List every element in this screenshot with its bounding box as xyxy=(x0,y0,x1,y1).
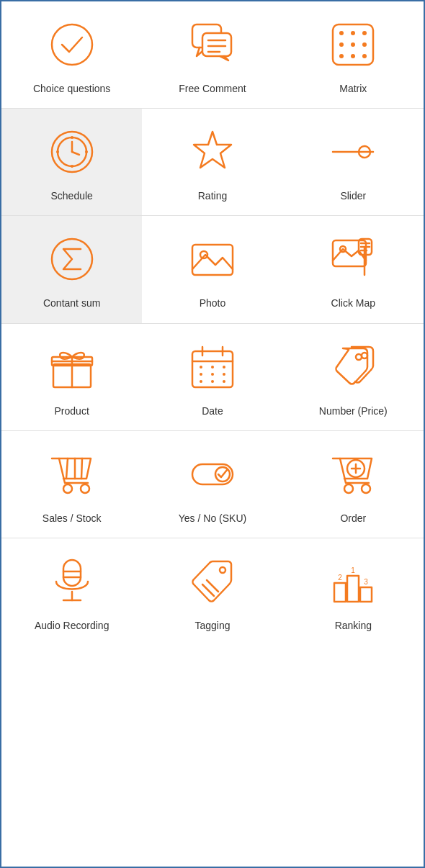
svg-point-48 xyxy=(211,366,214,369)
svg-point-60 xyxy=(81,484,89,493)
cell-yes-no-sku[interactable]: Yes / No (SKU) xyxy=(142,431,282,538)
svg-point-14 xyxy=(362,42,367,47)
cell-tagging[interactable]: Tagging xyxy=(142,538,282,645)
svg-text:1: 1 xyxy=(352,566,356,574)
free-comment-label: Free Comment xyxy=(179,82,246,95)
audio-recording-label: Audio Recording xyxy=(35,619,109,632)
cell-audio-recording[interactable]: Audio Recording xyxy=(1,538,142,645)
yes-no-sku-label: Yes / No (SKU) xyxy=(179,512,246,525)
cell-free-comment[interactable]: Free Comment xyxy=(142,1,282,108)
clock-circle-icon xyxy=(43,123,101,181)
microphone-icon xyxy=(43,553,101,610)
svg-rect-68 xyxy=(63,560,81,586)
svg-point-59 xyxy=(63,484,72,493)
sigma-circle-icon xyxy=(43,230,101,288)
svg-point-12 xyxy=(351,54,355,58)
matrix-label: Matrix xyxy=(339,82,367,95)
cart-plus-icon xyxy=(324,446,382,503)
cell-product[interactable]: Product xyxy=(1,324,142,430)
svg-point-9 xyxy=(339,54,344,58)
svg-point-7 xyxy=(339,31,344,35)
svg-line-58 xyxy=(81,458,82,479)
svg-rect-61 xyxy=(192,464,233,484)
check-circle-icon xyxy=(43,16,101,73)
svg-point-8 xyxy=(339,42,344,47)
price-tags-icon xyxy=(324,338,382,396)
svg-line-56 xyxy=(66,458,68,479)
cell-click-map[interactable]: Click Map xyxy=(283,216,424,322)
cart-lines-icon xyxy=(43,446,101,503)
rating-label: Rating xyxy=(198,189,227,202)
svg-point-49 xyxy=(211,373,214,376)
svg-point-46 xyxy=(200,373,202,376)
cell-contant-sum[interactable]: Contant sum xyxy=(1,216,142,322)
svg-point-73 xyxy=(220,567,225,573)
cell-sales-stock[interactable]: Sales / Stock xyxy=(1,431,142,538)
product-label: Product xyxy=(55,404,89,417)
svg-point-21 xyxy=(85,150,88,153)
cell-choice-questions[interactable]: Choice questions xyxy=(1,1,142,108)
cell-rating[interactable]: Rating xyxy=(142,109,282,215)
svg-point-20 xyxy=(71,136,73,139)
svg-point-50 xyxy=(211,380,214,383)
cell-photo[interactable]: Photo xyxy=(142,216,282,322)
svg-rect-77 xyxy=(334,583,346,602)
ranking-label: Ranking xyxy=(335,619,372,632)
svg-point-15 xyxy=(362,54,367,58)
cell-order[interactable]: Order xyxy=(283,431,424,538)
sales-stock-label: Sales / Stock xyxy=(42,512,102,525)
cell-ranking[interactable]: 123Ranking xyxy=(283,538,424,645)
slider-line-icon xyxy=(324,123,382,181)
svg-line-19 xyxy=(72,152,79,155)
schedule-label: Schedule xyxy=(50,189,92,202)
svg-point-53 xyxy=(223,380,225,383)
svg-point-0 xyxy=(52,24,92,65)
choice-questions-label: Choice questions xyxy=(33,82,110,95)
svg-text:2: 2 xyxy=(339,574,343,582)
icon-grid: Choice questionsFree CommentMatrixSchedu… xyxy=(1,1,424,645)
podium-icon: 123 xyxy=(324,553,382,610)
svg-point-22 xyxy=(71,165,73,168)
order-label: Order xyxy=(340,512,366,525)
svg-point-66 xyxy=(344,484,353,493)
image-frame-icon xyxy=(184,230,241,288)
svg-point-55 xyxy=(362,353,367,358)
slider-label: Slider xyxy=(340,189,366,202)
dots-grid-icon xyxy=(324,16,382,73)
tag-icon xyxy=(184,553,241,610)
svg-text:3: 3 xyxy=(364,578,369,586)
cell-schedule[interactable]: Schedule xyxy=(1,109,142,215)
star-icon xyxy=(184,123,241,181)
cell-number-price[interactable]: Number (Price) xyxy=(283,324,424,430)
svg-point-54 xyxy=(356,354,362,360)
gift-box-icon xyxy=(43,338,101,396)
svg-point-45 xyxy=(200,366,202,369)
svg-point-10 xyxy=(351,31,355,35)
cell-date[interactable]: Date xyxy=(142,324,282,430)
date-label: Date xyxy=(202,404,223,417)
number-price-label: Number (Price) xyxy=(319,404,388,417)
svg-point-23 xyxy=(56,150,59,153)
tagging-label: Tagging xyxy=(194,619,230,632)
chat-lines-icon xyxy=(184,16,241,73)
svg-point-13 xyxy=(362,31,367,35)
contant-sum-label: Contant sum xyxy=(43,297,100,309)
click-map-icon xyxy=(324,230,382,288)
svg-point-51 xyxy=(223,366,225,369)
toggle-check-icon xyxy=(184,446,241,503)
svg-point-52 xyxy=(223,373,225,376)
svg-point-11 xyxy=(351,42,355,47)
click-map-label: Click Map xyxy=(331,297,375,309)
svg-rect-76 xyxy=(347,576,359,602)
cell-slider[interactable]: Slider xyxy=(283,109,424,215)
svg-rect-28 xyxy=(192,245,233,275)
svg-point-47 xyxy=(200,380,202,383)
photo-label: Photo xyxy=(200,297,226,309)
svg-marker-24 xyxy=(194,132,231,168)
cell-matrix[interactable]: Matrix xyxy=(283,1,424,108)
svg-rect-78 xyxy=(360,587,372,602)
calendar-icon xyxy=(184,338,241,396)
svg-point-67 xyxy=(362,484,370,493)
